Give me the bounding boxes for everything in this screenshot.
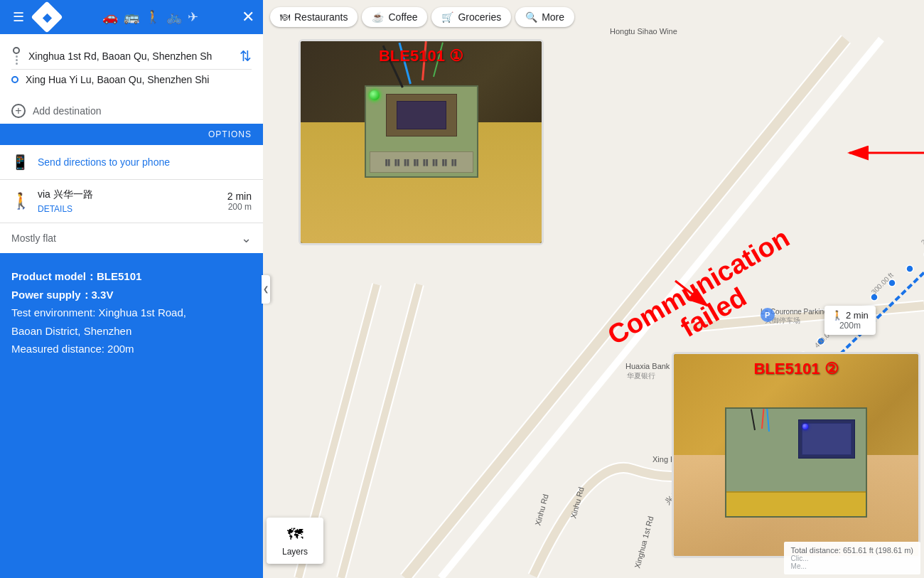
walk-mode-icon[interactable]: 🚶	[145, 9, 161, 25]
measured-dist: Measured distance: 200m	[11, 343, 134, 355]
coffee-label: Coffee	[388, 11, 417, 23]
route-inputs: Xinghua 1st Rd, Baoan Qu, Shenzhen Sh ⇅ …	[0, 34, 263, 98]
chevron-down-icon: ⌄	[241, 230, 252, 246]
svg-text:Xinhu Rd: Xinhu Rd	[533, 493, 549, 527]
distance-info-text: Total distance: 651.61 ft (198.61 m)	[791, 546, 913, 555]
options-bar: OPTIONS	[0, 124, 263, 145]
menu-icon[interactable]: ☰	[9, 7, 28, 27]
route-via: via 兴华一路 DETAILS	[38, 188, 220, 214]
top-bar: ☰ ◆ 🚗 🚌 🚶 🚲 ✈ ✕	[0, 0, 263, 34]
svg-text:Hongtu Sihao Wine: Hongtu Sihao Wine	[610, 27, 677, 36]
route-vline	[16, 55, 18, 65]
power-supply-value: 3.3V	[92, 289, 114, 301]
destination-input[interactable]: Xing Hua Yi Lu, Baoan Qu, Shenzhen Shi	[26, 74, 252, 85]
svg-text:200.00 ft: 200.00 ft	[920, 221, 924, 246]
coffee-icon: ☕	[372, 11, 384, 23]
ble5101-device-1-image: BLE5101 ① ▐▌▐▌▐▌▐▌▐▌▐▌▐▌▐▌	[299, 39, 544, 245]
ble5101-2-label: BLE5101 ②	[753, 360, 838, 378]
panel-resize-handle[interactable]	[262, 275, 270, 304]
destination-dot	[11, 76, 18, 83]
test-env-value: Baoan District, Shenzhen	[11, 325, 131, 337]
walking-icon: 🚶	[11, 192, 31, 210]
walk-badge-icon: 🚶	[832, 310, 843, 321]
options-label: OPTIONS	[208, 129, 252, 139]
origin-input[interactable]: Xinghua 1st Rd, Baoan Qu, Shenzhen Sh	[28, 50, 232, 62]
power-supply-label: Power supply：	[11, 289, 92, 301]
groceries-label: Groceries	[458, 11, 501, 23]
send-icon: 📱	[11, 154, 29, 171]
send-directions-label: Send directions to your phone	[38, 156, 170, 168]
route-option-row: 🚶 via 兴华一路 DETAILS 2 min 200 m	[11, 188, 252, 214]
more-label: More	[542, 11, 564, 23]
layers-label: Layers	[282, 547, 308, 557]
route-via-text: via 兴华一路	[38, 188, 220, 201]
restaurants-icon: 🍽	[280, 11, 290, 23]
product-model-value: BLE5101	[97, 270, 141, 282]
left-panel: ☰ ◆ 🚗 🚌 🚶 🚲 ✈ ✕ Xinghua 1st Rd, Baoan Qu…	[0, 0, 263, 578]
add-destination-label: Add destination	[33, 105, 102, 117]
walk-time-badge: 🚶 2 min 200m	[824, 306, 876, 335]
distance-info-box: Total distance: 651.61 ft (198.61 m) Cli…	[784, 542, 920, 574]
svg-line-8	[341, 284, 419, 578]
walk-badge-distance: 200m	[839, 321, 861, 331]
close-button[interactable]: ✕	[242, 8, 254, 26]
ble5101-device-2-image: BLE5101 ②	[672, 352, 920, 558]
product-model-label: Product model：	[11, 270, 97, 282]
bike-mode-icon[interactable]: 🚲	[166, 9, 182, 25]
product-info: Product model：BLE5101 Power supply：3.3V …	[0, 253, 263, 578]
route-time: 2 min	[227, 191, 252, 202]
layers-icon: 🗺	[287, 525, 303, 544]
map-area: 100.00 ft 200.00 ft 300.00 ft 400.00 ft …	[263, 0, 924, 578]
ble5101-1-label: BLE5101 ①	[379, 47, 463, 65]
svg-text:P: P	[765, 311, 770, 319]
walk-badge-time: 2 min	[846, 310, 869, 321]
coffee-filter[interactable]: ☕ Coffee	[362, 7, 427, 27]
route-time-dist: 2 min 200 m	[227, 191, 252, 212]
origin-dot	[13, 47, 20, 54]
route-distance: 200 m	[227, 202, 252, 212]
route-option: 🚶 via 兴华一路 DETAILS 2 min 200 m	[0, 180, 263, 223]
groceries-filter[interactable]: 🛒 Groceries	[431, 7, 511, 27]
transport-mode-selector: 🚗 🚌 🚶 🚲 ✈	[65, 9, 235, 25]
route-details-button[interactable]: DETAILS	[38, 204, 220, 214]
groceries-icon: 🛒	[441, 11, 453, 23]
transit-mode-icon[interactable]: 🚌	[124, 9, 139, 25]
nav-diamond-icon: ◆	[31, 1, 63, 33]
more-filter[interactable]: 🔍 More	[515, 7, 574, 27]
terrain-label: Mostly flat	[11, 232, 56, 244]
restaurants-label: Restaurants	[294, 11, 348, 23]
test-env-label: Test environment: Xinghua 1st Road,	[11, 306, 186, 319]
add-destination-row[interactable]: + Add destination	[0, 98, 263, 124]
add-destination-icon: +	[11, 104, 26, 118]
search-icon: 🔍	[525, 11, 537, 23]
search-filter-bar: 🍽 Restaurants ☕ Coffee 🛒 Groceries 🔍 Mor…	[270, 7, 917, 27]
layers-button[interactable]: 🗺 Layers	[267, 518, 323, 564]
click-to-expand: Clic...	[791, 555, 913, 562]
me-label: Me...	[791, 562, 913, 570]
svg-point-17	[906, 265, 913, 272]
destination-row: Xing Hua Yi Lu, Baoan Qu, Shenzhen Shi	[11, 70, 252, 90]
svg-text:Xinghua 1st Rd: Xinghua 1st Rd	[633, 515, 655, 569]
product-info-text: Product model：BLE5101 Power supply：3.3V …	[11, 267, 252, 358]
car-mode-icon[interactable]: 🚗	[102, 9, 118, 25]
send-directions-button[interactable]: 📱 Send directions to your phone	[0, 145, 263, 180]
restaurants-filter[interactable]: 🍽 Restaurants	[270, 7, 358, 27]
origin-row: Xinghua 1st Rd, Baoan Qu, Shenzhen Sh ⇅	[11, 43, 252, 70]
swap-directions-button[interactable]: ⇅	[240, 48, 252, 65]
flight-mode-icon[interactable]: ✈	[188, 9, 198, 25]
terrain-info[interactable]: Mostly flat ⌄	[0, 223, 263, 253]
